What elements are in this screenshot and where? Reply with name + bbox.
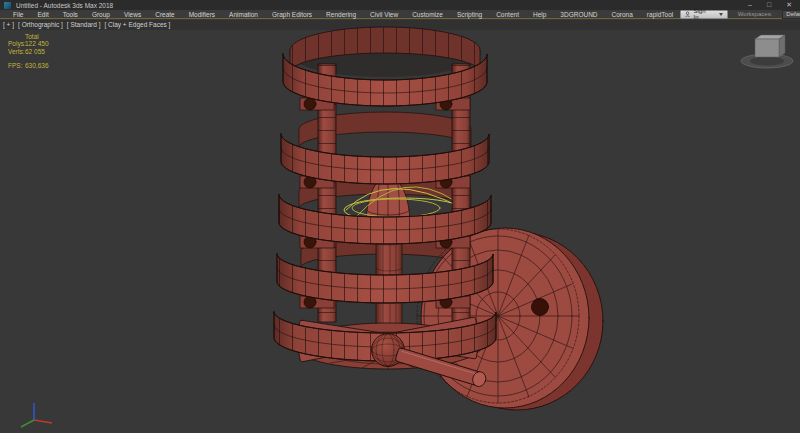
view-cube[interactable] [741,35,793,68]
menu-item-corona[interactable]: Corona [605,10,640,19]
window-title: Untitled - Autodesk 3ds Max 2018 [16,2,113,9]
stats-total-header: Total [25,33,39,40]
viewport-menu-standard[interactable]: [ Standard ] [67,21,101,28]
menu-item-tools[interactable]: Tools [56,10,85,19]
viewport[interactable]: [ + ] [ Orthographic ] [ Standard ] [ Cl… [0,20,800,433]
sign-in-label: Sign In [693,8,709,20]
menu-item-file[interactable]: File [6,10,30,19]
menu-item-edit[interactable]: Edit [30,10,55,19]
menu-item-scripting[interactable]: Scripting [450,10,489,19]
scene-object-wall-lantern[interactable] [274,27,603,410]
title-bar: Untitled - Autodesk 3ds Max 2018 – □ ✕ [0,0,800,10]
stats-fps-label: FPS: [8,62,25,69]
menu-bar: File Edit Tools Group Views Create Modif… [0,10,800,19]
menu-item-help[interactable]: Help [526,10,553,19]
close-button[interactable]: ✕ [786,0,792,10]
window-controls: – □ ✕ [748,0,796,10]
menu-item-rendering[interactable]: Rendering [319,10,363,19]
sign-in-caret-down-icon [719,13,723,16]
menu-item-graph-editors[interactable]: Graph Editors [265,10,319,19]
menu-item-animation[interactable]: Animation [222,10,265,19]
stats-fps-value: 630,636 [25,62,49,69]
menu-item-content[interactable]: Content [489,10,526,19]
world-axis-gizmo [21,403,52,427]
app-logo-icon [4,2,11,9]
viewport-menu-general[interactable]: [ + ] [3,21,14,28]
stats-verts-value: 62 055 [25,48,45,55]
3dsmax-window: Untitled - Autodesk 3ds Max 2018 – □ ✕ F… [0,0,800,433]
workspaces-selected-value: Default [786,11,800,17]
workspaces-dropdown[interactable]: Default [782,10,800,19]
wall-mount-plate [417,228,603,410]
menu-item-modifiers[interactable]: Modifiers [182,10,222,19]
sign-in-button[interactable]: Sign In [680,10,727,19]
menu-item-views[interactable]: Views [117,10,148,19]
viewport-menu-pov[interactable]: [ Orthographic ] [18,21,63,28]
viewport-statistics: Total Polys:122 450 Verts:62 055 FPS:630… [8,33,49,69]
menu-item-create[interactable]: Create [148,10,182,19]
menu-item-rapidtool[interactable]: rapidTool [640,10,680,19]
stats-polys-label: Polys: [8,40,25,47]
maximize-button[interactable]: □ [767,0,771,10]
plate-bolt-hole [532,299,549,316]
stats-polys-value: 122 450 [25,40,49,47]
minimize-button[interactable]: – [748,0,752,10]
menu-item-customize[interactable]: Customize [405,10,450,19]
menu-item-civil-view[interactable]: Civil View [363,10,405,19]
menu-item-3dground[interactable]: 3DGROUND [553,10,604,19]
menubar-right-cluster: Sign In Workspaces: Default [680,10,800,19]
stats-verts-label: Verts: [8,48,25,55]
person-icon [685,11,690,18]
viewport-menu-shading[interactable]: [ Clay + Edged Faces ] [104,21,170,28]
viewport-label-bar: [ + ] [ Orthographic ] [ Standard ] [ Cl… [3,21,170,28]
menu-item-group[interactable]: Group [85,10,117,19]
workspaces-label: Workspaces: [738,11,773,17]
viewport-canvas[interactable] [0,20,800,433]
